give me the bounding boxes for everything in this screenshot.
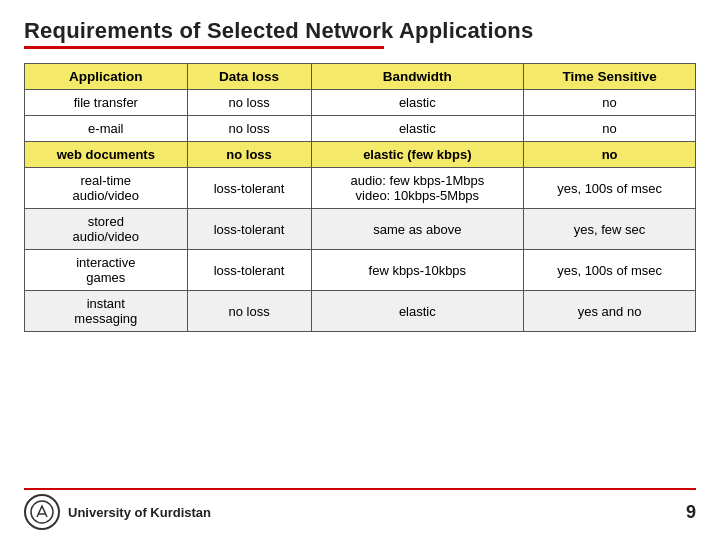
table-row: instant messagingno losselasticyes and n… <box>25 291 696 332</box>
title-section: Requirements of Selected Network Applica… <box>24 18 696 49</box>
cell-application: interactive games <box>25 250 188 291</box>
network-table: Application Data loss Bandwidth Time Sen… <box>24 63 696 332</box>
title-underline <box>24 46 384 49</box>
cell-bandwidth: same as above <box>311 209 524 250</box>
cell-timesensitive: no <box>524 116 696 142</box>
cell-dataloss: no loss <box>187 116 311 142</box>
cell-timesensitive: yes, 100s of msec <box>524 168 696 209</box>
cell-application: web documents <box>25 142 188 168</box>
cell-bandwidth: elastic <box>311 291 524 332</box>
col-header-dataloss: Data loss <box>187 64 311 90</box>
cell-application: file transfer <box>25 90 188 116</box>
cell-timesensitive: yes, 100s of msec <box>524 250 696 291</box>
table-wrapper: Application Data loss Bandwidth Time Sen… <box>24 63 696 480</box>
table-header-row: Application Data loss Bandwidth Time Sen… <box>25 64 696 90</box>
col-header-timesensitive: Time Sensitive <box>524 64 696 90</box>
cell-timesensitive: yes, few sec <box>524 209 696 250</box>
page-number: 9 <box>686 502 696 523</box>
table-row: web documentsno losselastic (few kbps)no <box>25 142 696 168</box>
logo-icon <box>29 499 55 525</box>
cell-application: stored audio/video <box>25 209 188 250</box>
cell-dataloss: no loss <box>187 90 311 116</box>
cell-timesensitive: no <box>524 142 696 168</box>
cell-dataloss: loss-tolerant <box>187 168 311 209</box>
cell-dataloss: loss-tolerant <box>187 250 311 291</box>
cell-application: instant messaging <box>25 291 188 332</box>
cell-application: e-mail <box>25 116 188 142</box>
page-title: Requirements of Selected Network Applica… <box>24 18 696 44</box>
cell-timesensitive: yes and no <box>524 291 696 332</box>
cell-dataloss: no loss <box>187 291 311 332</box>
table-row: stored audio/videoloss-tolerantsame as a… <box>25 209 696 250</box>
cell-bandwidth: elastic <box>311 90 524 116</box>
cell-bandwidth: elastic <box>311 116 524 142</box>
col-header-bandwidth: Bandwidth <box>311 64 524 90</box>
table-row: interactive gamesloss-tolerantfew kbps-1… <box>25 250 696 291</box>
col-header-application: Application <box>25 64 188 90</box>
university-logo <box>24 494 60 530</box>
cell-bandwidth: audio: few kbps-1Mbps video: 10kbps-5Mbp… <box>311 168 524 209</box>
cell-bandwidth: few kbps-10kbps <box>311 250 524 291</box>
cell-application: real-time audio/video <box>25 168 188 209</box>
page-container: Requirements of Selected Network Applica… <box>0 0 720 540</box>
table-row: file transferno losselasticno <box>25 90 696 116</box>
footer: University of Kurdistan 9 <box>24 488 696 530</box>
cell-dataloss: no loss <box>187 142 311 168</box>
table-row: e-mailno losselasticno <box>25 116 696 142</box>
table-row: real-time audio/videoloss-tolerantaudio:… <box>25 168 696 209</box>
footer-logo: University of Kurdistan <box>24 494 211 530</box>
cell-timesensitive: no <box>524 90 696 116</box>
university-name: University of Kurdistan <box>68 505 211 520</box>
cell-bandwidth: elastic (few kbps) <box>311 142 524 168</box>
cell-dataloss: loss-tolerant <box>187 209 311 250</box>
